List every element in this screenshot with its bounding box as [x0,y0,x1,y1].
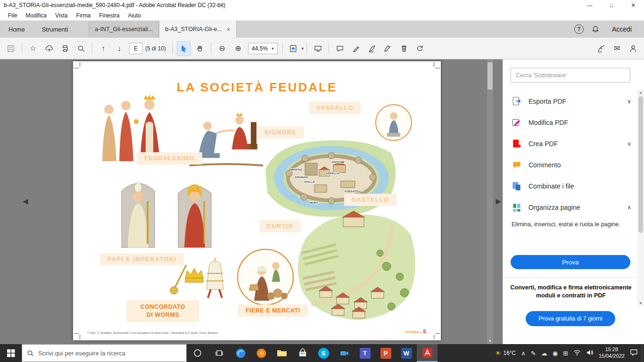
delete-pages-icon[interactable] [397,41,411,56]
page-number-input[interactable]: E [129,43,142,54]
firefox-icon[interactable] [251,344,272,362]
save-icon[interactable] [4,41,18,56]
tab-strumenti[interactable]: Strumenti [33,21,77,38]
word-icon[interactable]: W [396,344,417,362]
papi-imperatori-illustration [115,172,225,250]
menu-vista[interactable]: Vista [51,10,72,21]
sign-quill-icon[interactable] [365,41,379,56]
prova-button[interactable]: Prova [511,255,630,269]
zoom-in-icon[interactable]: ⊕ [231,41,245,56]
network-icon[interactable] [573,349,581,357]
poster-page-code-letter: E [423,329,427,334]
file-explorer-icon[interactable] [272,344,292,362]
document-tab-2[interactable]: b-A3_STORIA-Gli-e... × [159,21,236,38]
store-icon[interactable] [292,344,313,362]
document-tab-2-label: b-A3_STORIA-Gli-e... [165,26,222,33]
comment-tool-icon [512,160,522,170]
tray-expand-icon[interactable]: ∧ [521,350,526,357]
next-page-icon[interactable]: ↓ [112,41,126,56]
zoom-level-select[interactable]: 44,5% ▾ [248,43,278,54]
menu-modifica[interactable]: Modifica [21,10,51,21]
tool-organizza-pagine[interactable]: Organizza pagine ∧ [503,197,638,218]
tab-close-icon[interactable]: × [227,26,231,33]
task-view-icon[interactable] [208,344,230,362]
weather-widget[interactable]: ☀ 16°C [495,349,516,357]
tools-search-input[interactable] [511,68,630,82]
panel-scroll-up-icon[interactable]: ▲ [637,90,644,95]
close-button[interactable]: ✕ [622,0,644,10]
fill-sign-icon[interactable] [381,41,395,56]
poster-page-code: STORIA • E [405,329,427,334]
redo-icon[interactable] [413,41,427,56]
document-scrollbar[interactable]: ▼ [487,59,493,344]
camera-icon[interactable] [334,344,355,362]
chevron-down-icon[interactable]: ∨ [627,140,631,147]
vassallo-illustration [375,104,413,141]
hand-tool-icon[interactable] [193,41,207,56]
scroll-down-icon[interactable]: ▼ [487,339,493,343]
previous-page-icon[interactable]: ↑ [96,41,110,56]
label-concordato-line2: DI WORMS [147,312,179,318]
cortana-icon[interactable] [187,344,208,362]
chevron-down-icon[interactable]: ∨ [627,98,631,105]
chevron-up-icon[interactable]: ∧ [627,204,631,211]
search-icon[interactable] [74,41,88,56]
select-tool-icon[interactable] [177,41,191,56]
tray-onedrive-icon[interactable]: ☁ [541,350,547,357]
profile-icon[interactable] [626,41,640,56]
volume-icon[interactable] [586,349,594,357]
accedi-button[interactable]: Accedi [607,25,636,33]
tray-language-icon[interactable]: ⊞ [563,350,568,357]
panel-scrollbar[interactable]: ▲ ▼ [637,90,644,306]
tool-combinate-file[interactable]: Combinate i file [503,175,638,197]
next-view-arrow[interactable]: ▶ [495,197,501,206]
taskbar-clock[interactable]: 15:28 15/04/2022 [599,346,625,360]
fit-width-icon[interactable] [287,41,301,56]
print-icon[interactable] [58,41,72,56]
star-icon[interactable]: ☆ [26,41,40,56]
highlighter-icon[interactable] [349,41,363,56]
skype-icon[interactable]: S [313,344,334,362]
pdf-page: LA SOCIETÀ FEUDALE [73,61,441,340]
tool-modifica-pdf[interactable]: Modifica PDF [503,112,638,133]
fit-caret-icon[interactable]: ▾ [302,46,304,51]
taskbar-search-input[interactable]: Scrivi qui per eseguire la ricerca [22,344,187,362]
zoom-out-icon[interactable]: ⊖ [215,41,229,56]
start-button[interactable] [0,344,22,362]
trial-button[interactable]: Prova gratuita di 7 giorni [526,311,615,326]
tool-esporta-pdf[interactable]: Esporta PDF ∨ [503,90,638,112]
label-castello: CASTELLO [344,194,396,206]
mail-icon[interactable]: ✉ [610,41,624,56]
teams-icon[interactable]: T [355,344,375,362]
notifications-bell-icon[interactable] [587,25,603,33]
tool-crea-pdf[interactable]: Crea PDF ∨ [503,133,638,154]
panel-scroll-down-icon[interactable]: ▼ [637,301,644,305]
acrobat-icon[interactable] [417,344,438,362]
tray-app-icon[interactable]: ◉ [553,350,558,357]
minimize-button[interactable]: — [579,0,601,10]
menu-finestra[interactable]: Finestra [95,10,124,21]
share-pen-icon[interactable] [594,41,608,56]
menu-file[interactable]: File [4,10,21,21]
document-tab-1[interactable]: a-INT_Gli-essenziali... [89,21,159,38]
powerpoint-icon[interactable]: P [375,344,396,362]
tray-pen-icon[interactable]: ✎ [531,350,536,357]
tabbar: Home Strumenti a-INT_Gli-essenziali... b… [0,21,644,38]
page-display-icon[interactable] [311,41,325,56]
help-icon[interactable]: ? [574,25,584,34]
maximize-button[interactable]: □ [601,0,622,10]
action-center-icon[interactable] [630,349,638,357]
castle-label-mastio: MASTIO [291,168,302,171]
tool-commento[interactable]: Commento [503,154,638,175]
cloud-upload-icon[interactable] [42,41,56,56]
tab-home[interactable]: Home [0,21,33,38]
menu-aiuto[interactable]: Aiuto [124,10,145,21]
panel-scrollbar-thumb[interactable] [638,96,643,233]
comment-icon[interactable] [333,41,347,56]
menu-firma[interactable]: Firma [72,10,95,21]
edge-icon[interactable] [230,344,251,362]
page-count-label: (5 di 10) [145,45,166,52]
show-desktop-strip[interactable] [642,344,644,362]
previous-view-arrow[interactable]: ◀ [23,197,28,206]
document-scrollbar-thumb[interactable] [487,62,493,90]
